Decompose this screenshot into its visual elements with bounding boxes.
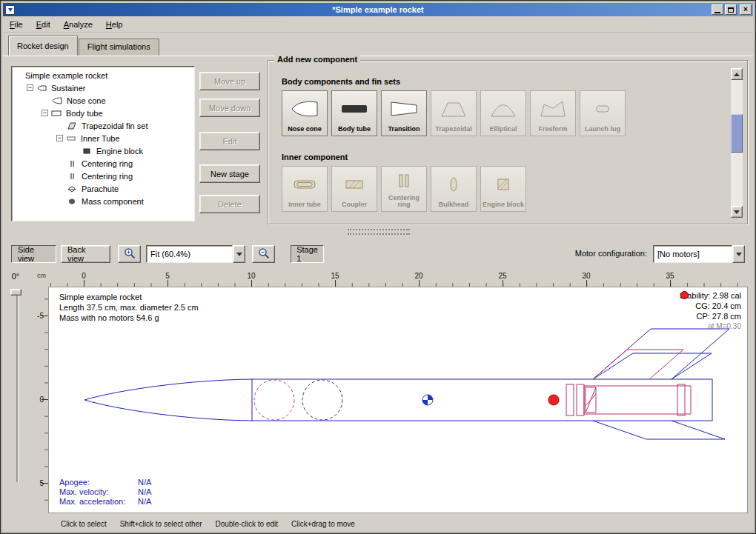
- v-tick-label: 5: [35, 479, 44, 487]
- tree-item-label: Inner Tube: [81, 134, 120, 143]
- scroll-down-button[interactable]: [731, 206, 743, 218]
- status-bar: Click to select Shift+click to select ot…: [3, 516, 753, 531]
- max-velocity-label: Max. velocity:: [59, 487, 138, 497]
- minimize-button[interactable]: [712, 4, 723, 15]
- tree-item-label: Mass component: [82, 197, 144, 206]
- engine-block-icon: [82, 147, 93, 155]
- tree-item-parachute[interactable]: Parachute: [12, 182, 194, 195]
- combo-arrow-button[interactable]: [233, 245, 245, 263]
- tab-panel-edge: [3, 56, 753, 56]
- window-title: *Simple example rocket: [3, 5, 753, 14]
- hint-click-drag: Click+drag to move: [291, 520, 355, 528]
- add-nose-cone-button[interactable]: Nose cone: [282, 90, 328, 136]
- menu-analyze[interactable]: Analyze: [57, 18, 99, 31]
- add-elliptical-fin-button[interactable]: Elliptical: [480, 90, 526, 136]
- add-body-tube-button[interactable]: Body tube: [331, 90, 377, 136]
- close-button[interactable]: ×: [740, 4, 752, 15]
- move-down-button[interactable]: Move down: [199, 99, 260, 117]
- h-tick-label: 20: [414, 272, 422, 280]
- delete-button[interactable]: Delete: [199, 195, 260, 213]
- hint-shift-click: Shift+click to select other: [120, 520, 202, 528]
- title-bar[interactable]: *Simple example rocket ×: [3, 3, 753, 16]
- chevron-down-icon: [736, 253, 742, 256]
- add-transition-button[interactable]: Transition: [381, 90, 427, 136]
- rocket-name: Simple example rocket: [59, 292, 199, 302]
- new-stage-button[interactable]: New stage: [199, 164, 260, 183]
- rocket-dimensions: Length 37.5 cm, max. diameter 2.5 cm: [59, 302, 199, 313]
- tree-item-label: Centering ring: [82, 172, 133, 181]
- tree-item-rocket[interactable]: Simple example rocket: [12, 69, 194, 81]
- zoom-level-combo[interactable]: Fit (60.4%): [146, 245, 245, 263]
- panel-splitter-handle[interactable]: [348, 229, 410, 235]
- tree-item-label: Sustainer: [51, 84, 85, 93]
- tree-item-sustainer[interactable]: − Sustainer: [12, 81, 194, 94]
- component-tree[interactable]: Simple example rocket − Sustainer Nose c…: [11, 66, 195, 221]
- max-acceleration-label: Max. acceleration:: [59, 497, 138, 507]
- zoom-in-icon: [123, 247, 136, 261]
- back-view-button[interactable]: Back view: [61, 245, 110, 263]
- menu-help[interactable]: Help: [99, 18, 130, 31]
- ruler-unit-label: cm: [35, 272, 48, 287]
- edit-button[interactable]: Edit: [199, 132, 260, 150]
- trapezoidal-fin-part-icon: [439, 91, 468, 126]
- menu-file[interactable]: File: [3, 18, 30, 31]
- zoom-out-button[interactable]: [252, 245, 275, 263]
- hint-double-click: Double-click to edit: [216, 520, 278, 528]
- side-view-button[interactable]: Side view: [11, 245, 56, 263]
- tab-flight-simulations[interactable]: Flight simulations: [79, 39, 159, 56]
- tree-item-fin-set[interactable]: Trapezoidal fin set: [12, 119, 194, 132]
- rotation-slider-handle[interactable]: [10, 289, 21, 296]
- scroll-up-button[interactable]: [731, 68, 743, 80]
- collapse-icon[interactable]: −: [27, 84, 33, 91]
- stage-1-toggle[interactable]: Stage 1: [291, 245, 324, 263]
- tree-item-inner-tube[interactable]: − Inner Tube: [12, 132, 194, 144]
- collapse-icon[interactable]: −: [56, 135, 63, 141]
- fin-set-icon: [67, 121, 79, 130]
- max-acceleration-value: N/A: [138, 497, 151, 507]
- zoom-in-button[interactable]: [118, 245, 141, 263]
- add-launch-lug-button[interactable]: Launch lug: [580, 90, 626, 136]
- motor-configuration-combo[interactable]: [No motors]: [653, 245, 745, 263]
- inner-section-label: Inner component: [282, 153, 348, 161]
- tree-item-label: Trapezoidal fin set: [82, 121, 147, 130]
- maximize-button[interactable]: [725, 4, 737, 15]
- application-window: *Simple example rocket × File Edit Analy…: [0, 0, 756, 534]
- tree-item-mass-component[interactable]: Mass component: [12, 195, 194, 207]
- stability-block: Stability: 2.98 cal CG: 20.4 cm CP: 27.8…: [680, 290, 741, 332]
- main-tabs: Rocket design Flight simulations: [8, 36, 160, 56]
- inner-tube-part-icon: [290, 167, 319, 201]
- nose-cone-icon: [52, 96, 64, 104]
- transition-part-icon: [389, 91, 419, 126]
- v-tick-label: 0: [35, 396, 44, 404]
- add-trapezoidal-fin-button[interactable]: Trapezoidal: [431, 90, 477, 136]
- scrollbar-thumb[interactable]: [731, 114, 743, 153]
- tab-rocket-design[interactable]: Rocket design: [8, 36, 78, 56]
- rocket-design-canvas[interactable]: Simple example rocket Length 37.5 cm, ma…: [48, 287, 748, 513]
- move-up-button[interactable]: Move up: [199, 72, 260, 90]
- tree-item-body-tube[interactable]: − Body tube: [12, 107, 194, 119]
- add-inner-tube-button[interactable]: Inner tube: [282, 166, 328, 212]
- menu-edit[interactable]: Edit: [30, 18, 57, 31]
- add-engine-block-button[interactable]: Engine block: [480, 166, 526, 212]
- rotation-slider-track[interactable]: [16, 291, 19, 482]
- collapse-icon[interactable]: −: [42, 110, 48, 116]
- component-scrollbar[interactable]: [731, 68, 743, 218]
- add-freeform-fin-button[interactable]: Freeform: [530, 90, 576, 136]
- add-bulkhead-button[interactable]: Bulkhead: [431, 166, 477, 212]
- add-coupler-button[interactable]: Coupler: [331, 166, 377, 212]
- add-centering-ring-button[interactable]: Centering ring: [381, 166, 427, 212]
- combo-arrow-button[interactable]: [732, 245, 745, 263]
- tree-item-label: Engine block: [96, 147, 143, 156]
- body-tube-part-icon: [339, 91, 369, 126]
- tree-item-label: Parachute: [82, 184, 119, 193]
- tree-item-centering-ring-1[interactable]: Centering ring: [12, 157, 194, 170]
- mach-condition: at M=0.30: [680, 321, 741, 332]
- tree-item-centering-ring-2[interactable]: Centering ring: [12, 170, 194, 182]
- hint-click-select: Click to select: [61, 520, 107, 528]
- vertical-ruler: -5 0 5: [35, 287, 48, 513]
- tree-item-nose-cone[interactable]: Nose cone: [12, 94, 194, 107]
- v-tick-label: -5: [35, 312, 44, 320]
- max-velocity-value: N/A: [138, 487, 151, 497]
- engine-block-part-icon: [488, 167, 518, 201]
- tree-item-engine-block[interactable]: Engine block: [12, 144, 194, 157]
